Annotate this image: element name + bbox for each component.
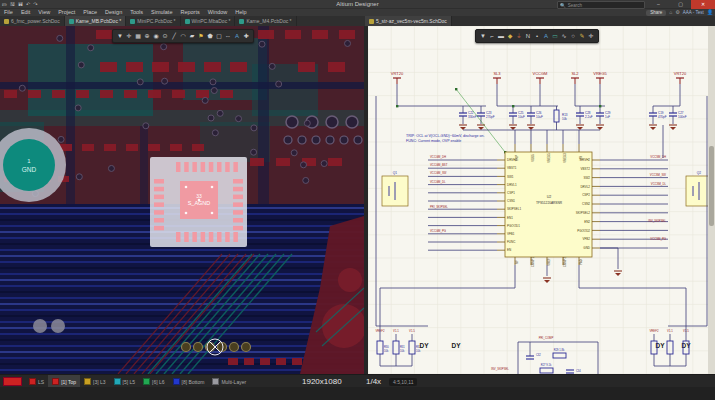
share-button[interactable]: Share: [646, 10, 666, 16]
net-label: INV_SKIPSEL: [648, 219, 666, 223]
search-input[interactable]: 🔍 Search: [557, 1, 645, 9]
tab-kame-m4[interactable]: Kame_M4.PcbDoc *: [235, 16, 296, 26]
pin-name: VDD5: [531, 154, 535, 162]
dimension-icon[interactable]: ⇔: [224, 31, 232, 42]
menu-view[interactable]: View: [34, 9, 54, 16]
bus-icon[interactable]: ▬: [497, 31, 505, 42]
room-icon[interactable]: ▢: [215, 31, 223, 42]
scrollbar-thumb[interactable]: [709, 146, 714, 226]
flag-icon[interactable]: ⚑: [197, 31, 205, 42]
power-port-icon[interactable]: ⏚: [515, 31, 523, 42]
grid-icon[interactable]: ▦: [134, 31, 142, 42]
origin-icon[interactable]: ⊕: [143, 31, 151, 42]
undo-icon[interactable]: ↶: [26, 1, 30, 7]
menu-project[interactable]: Project: [54, 9, 79, 16]
net-label: V1.5: [409, 329, 415, 333]
via-icon[interactable]: ⊙: [161, 31, 169, 42]
pad: [154, 218, 164, 223]
menu-help[interactable]: Help: [231, 9, 250, 16]
close-button[interactable]: ✕: [691, 0, 715, 9]
polyline-icon[interactable]: ∿: [560, 31, 568, 42]
pcbdoc-icon: [239, 19, 244, 24]
pad-icon[interactable]: ◉: [152, 31, 160, 42]
open-icon[interactable]: 🗁: [2, 1, 7, 7]
rect-icon[interactable]: ▭: [551, 31, 559, 42]
text-icon[interactable]: A: [233, 31, 241, 42]
menu-simulate[interactable]: Simulate: [147, 9, 176, 16]
measure-icon[interactable]: ✚: [242, 31, 250, 42]
pin-name: VFB1: [507, 232, 515, 236]
net-label-icon[interactable]: N: [524, 31, 532, 42]
pcbdoc-icon: [69, 19, 74, 24]
polygon-icon[interactable]: ⬟: [206, 31, 214, 42]
part-icon[interactable]: ◆: [506, 31, 514, 42]
license-label: AAA - Test: [683, 10, 704, 15]
window-title: Altium Designer: [336, 0, 378, 8]
redo-icon[interactable]: ↷: [33, 1, 37, 7]
pcb-canvas[interactable]: 1GND33S_AGND: [0, 26, 364, 374]
ic-designator: U2: [547, 195, 552, 199]
net-label: VCCGM_PG: [430, 229, 446, 233]
menu-reports[interactable]: Reports: [176, 9, 203, 16]
track-icon[interactable]: ╱: [170, 31, 178, 42]
menu-design[interactable]: Design: [101, 9, 126, 16]
pin-name: TRIP: [515, 155, 519, 162]
tab-minipc[interactable]: MiniPC.PcbDoc *: [126, 16, 180, 26]
cap-value: 330nF: [468, 115, 477, 119]
res-ref: R27 9.1k: [541, 363, 552, 367]
crossprobe-icon[interactable]: ✛: [587, 31, 595, 42]
dnp-mark: DY: [419, 342, 429, 349]
tab-kame-mb[interactable]: Kame_MB.PcbDoc *: [65, 16, 127, 26]
transistor-designator: Q2: [697, 171, 701, 175]
res-ref: R29 1.8k: [554, 348, 565, 352]
menu-edit[interactable]: Edit: [17, 9, 34, 16]
minimize-button[interactable]: –: [648, 0, 669, 9]
save-all-icon[interactable]: 🖬: [18, 1, 23, 7]
menu-right-cluster: Share ⌂ ⚙ AAA - Test 👤: [646, 9, 713, 16]
pad: [233, 202, 243, 207]
text-icon[interactable]: A: [542, 31, 550, 42]
fill-icon[interactable]: ▰: [188, 31, 196, 42]
arc-icon[interactable]: ◠: [179, 31, 187, 42]
select-icon[interactable]: ▼: [479, 31, 487, 42]
pad: [154, 179, 164, 184]
gear-icon[interactable]: ⚙: [675, 9, 679, 16]
user-icon[interactable]: 👤: [707, 9, 713, 16]
pin-name: SKIPSEL2: [576, 211, 591, 215]
pad-number: 33: [196, 193, 202, 199]
move-icon[interactable]: ✛: [125, 31, 133, 42]
net-label: V1.1: [667, 329, 673, 333]
tab-5-str-az[interactable]: 5_str-az_vec5m-vec5m.SchDoc: [365, 16, 452, 26]
net-label: VCCSM_DL: [651, 182, 667, 186]
maximize-button[interactable]: ▢: [670, 0, 691, 9]
circle-icon[interactable]: ○: [569, 31, 577, 42]
save-icon[interactable]: 🖫: [10, 1, 15, 7]
pin-name: DRVL2: [580, 185, 590, 189]
layer-color-icon: [84, 378, 91, 385]
tab-6-fmc-power[interactable]: 6_fmc_power.SchDoc: [0, 16, 65, 26]
layer-tab-bar: LS [1] Top [3] L3 [5] L5 [6] L6 [8] Bott…: [0, 374, 715, 388]
net-label: V1.1: [393, 329, 399, 333]
schematic-scrollbar[interactable]: [708, 26, 715, 374]
tab-winpc[interactable]: WinPC.MbaDoc *: [181, 16, 236, 26]
home-icon[interactable]: ⌂: [669, 9, 672, 16]
pin-name: FUNC: [507, 240, 516, 244]
pad: [233, 187, 243, 192]
menu-place[interactable]: Place: [79, 9, 101, 16]
menu-tools[interactable]: Tools: [126, 9, 147, 16]
res-ref: R31: [400, 345, 405, 349]
pad: [233, 195, 243, 200]
annotate-icon[interactable]: ✎: [578, 31, 586, 42]
menu-window[interactable]: Window: [204, 9, 232, 16]
schematic-canvas[interactable]: VRT20SL3VCCGMSL2VREG5VRT20C22330nFC23270…: [368, 26, 715, 374]
pin-name: VREF: [547, 258, 551, 266]
power-port-label: SL2: [571, 71, 579, 76]
right-pane-tabs: 5_str-az_vec5m-vec5m.SchDoc: [365, 16, 452, 26]
pin-name: VREG5: [547, 153, 551, 163]
wire-icon[interactable]: ⌐: [488, 31, 496, 42]
pad: [209, 162, 214, 172]
menu-file[interactable]: File: [0, 9, 17, 16]
res-ref: R30: [384, 345, 389, 349]
select-icon[interactable]: ▼: [116, 31, 124, 42]
junction-icon[interactable]: •: [533, 31, 541, 42]
